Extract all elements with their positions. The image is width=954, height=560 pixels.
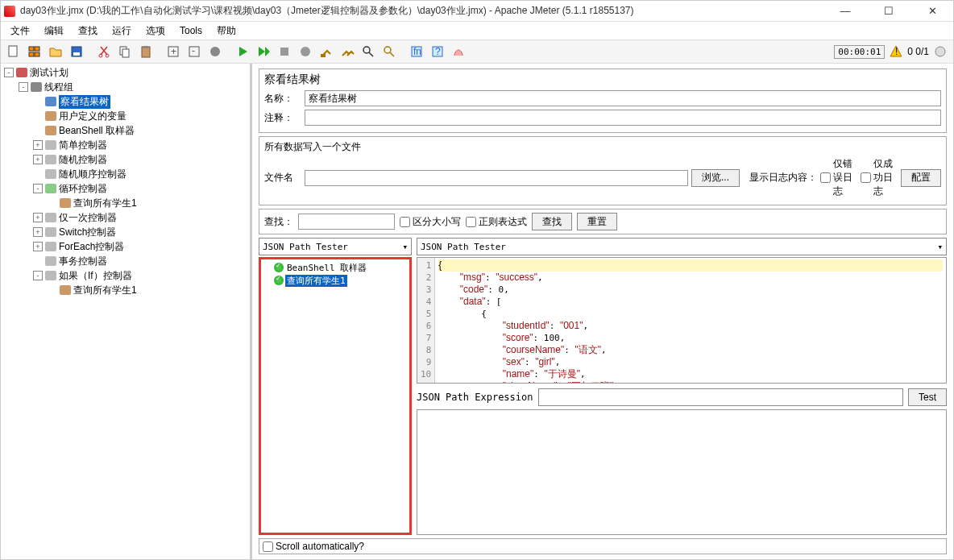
titlebar: day03作业.jmx (D:\我的工作\自动化测试学习\课程视频\day03（… <box>1 1 953 22</box>
tree-item[interactable]: 事务控制器 <box>1 254 250 268</box>
tree-item[interactable]: +仅一次控制器 <box>1 210 250 225</box>
case-checkbox[interactable]: 区分大小写 <box>400 215 461 229</box>
clear-icon[interactable] <box>317 42 336 61</box>
svg-rect-30 <box>31 82 42 92</box>
only-error-checkbox[interactable]: 仅错误日志 <box>820 157 857 198</box>
svg-rect-43 <box>45 271 56 280</box>
svg-rect-40 <box>45 227 56 237</box>
save-icon[interactable] <box>67 42 86 61</box>
clear-all-icon[interactable] <box>338 42 357 61</box>
file-label: 文件名 <box>264 171 301 185</box>
reset-search-icon[interactable] <box>380 42 399 61</box>
svg-rect-2 <box>35 47 39 51</box>
stop-icon[interactable] <box>275 42 294 61</box>
svg-rect-31 <box>45 97 56 106</box>
svg-rect-34 <box>45 140 56 150</box>
tree-label: 事务控制器 <box>59 255 107 268</box>
menu-文件[interactable]: 文件 <box>4 23 36 39</box>
maximize-button[interactable]: ☐ <box>874 3 903 19</box>
result-output[interactable] <box>417 409 947 536</box>
tree-item[interactable]: +ForEach控制器 <box>1 239 250 254</box>
copy-icon[interactable] <box>115 42 135 61</box>
scroll-auto-checkbox[interactable]: Scroll automatically? <box>263 541 364 552</box>
expand-icon[interactable]: + <box>164 42 183 61</box>
tree-item[interactable]: -线程组 <box>1 80 250 94</box>
svg-rect-37 <box>45 184 56 193</box>
json-response[interactable]: { "msg": "success", "code": 0, "data": [… <box>435 258 946 383</box>
app-icon <box>4 6 15 17</box>
search-input[interactable] <box>298 214 395 230</box>
toolbar: + - fn ? 00:00:01 ! 0 0/1 <box>1 39 953 64</box>
search-label: 查找： <box>264 215 293 229</box>
tree-item[interactable]: 用户定义的变量 <box>1 109 250 123</box>
start-notimer-icon[interactable] <box>254 42 273 61</box>
svg-rect-3 <box>29 52 34 56</box>
name-input[interactable] <box>305 90 941 106</box>
tree-item[interactable]: 查询所有学生1 <box>1 196 250 210</box>
tree-item[interactable]: BeanShell 取样器 <box>1 123 250 138</box>
tree-item[interactable]: 查询所有学生1 <box>1 283 250 297</box>
expr-input[interactable] <box>538 388 903 406</box>
templates-icon[interactable] <box>25 42 44 61</box>
expr-label: JSON Path Expression <box>417 392 533 403</box>
close-button[interactable]: ✕ <box>918 3 947 19</box>
thread-count: 0 0/1 <box>907 46 929 57</box>
only-success-checkbox[interactable]: 仅成功日志 <box>861 157 898 198</box>
heap-icon[interactable] <box>449 42 468 61</box>
open-icon[interactable] <box>46 42 65 61</box>
tree-item[interactable]: -循环控制器 <box>1 181 250 196</box>
file-input[interactable] <box>305 170 688 186</box>
config-button[interactable]: 配置 <box>901 169 941 187</box>
minimize-button[interactable]: — <box>831 3 860 19</box>
tree-item[interactable]: 察看结果树 <box>1 94 250 109</box>
tree-item[interactable]: +随机控制器 <box>1 152 250 167</box>
svg-rect-18 <box>280 48 288 56</box>
test-button[interactable]: Test <box>908 388 947 406</box>
menu-编辑[interactable]: 编辑 <box>38 23 70 39</box>
flask-icon <box>15 67 28 78</box>
svg-rect-20 <box>321 54 326 57</box>
renderer-combo[interactable]: JSON Path Tester <box>259 238 412 255</box>
menu-Tools[interactable]: Tools <box>173 23 209 38</box>
tree-item[interactable]: 随机顺序控制器 <box>1 167 250 181</box>
folder-icon <box>44 139 57 151</box>
svg-rect-44 <box>60 285 71 295</box>
main-panel: 察看结果树 名称： 注释： 所有数据写入一个文件 文件名 浏览... 显示日志内… <box>252 64 953 559</box>
function-icon[interactable]: fn <box>407 42 426 61</box>
search-icon[interactable] <box>359 42 378 61</box>
menu-选项[interactable]: 选项 <box>139 23 172 39</box>
cut-icon[interactable] <box>94 42 114 61</box>
menu-帮助[interactable]: 帮助 <box>210 23 243 39</box>
svg-rect-32 <box>45 111 56 121</box>
browse-button[interactable]: 浏览... <box>691 169 740 187</box>
shutdown-icon[interactable] <box>296 42 315 61</box>
paste-icon[interactable] <box>136 42 156 61</box>
comment-input[interactable] <box>305 110 941 126</box>
menu-查找[interactable]: 查找 <box>72 23 104 39</box>
tree-label: 随机控制器 <box>59 153 107 167</box>
regex-checkbox[interactable]: 正则表达式 <box>466 215 527 229</box>
tree-item[interactable]: +简单控制器 <box>1 138 250 152</box>
gear-icon <box>30 81 43 93</box>
tree-label: 如果（If）控制器 <box>59 269 132 283</box>
new-icon[interactable] <box>4 42 23 61</box>
result-list[interactable]: BeanShell 取样器查询所有学生1 <box>259 257 412 535</box>
menu-运行[interactable]: 运行 <box>106 23 138 39</box>
folder-icon <box>44 168 57 180</box>
result-item[interactable]: BeanShell 取样器 <box>263 261 408 274</box>
tree-label: 测试计划 <box>30 66 68 80</box>
help-icon[interactable]: ? <box>428 42 447 61</box>
start-icon[interactable] <box>233 42 252 61</box>
tree-label: BeanShell 取样器 <box>59 124 135 138</box>
reset-button[interactable]: 重置 <box>577 213 617 230</box>
tree-item[interactable]: +Switch控制器 <box>1 225 250 239</box>
tree-item[interactable]: -如果（If）控制器 <box>1 268 250 283</box>
tree-label: 查询所有学生1 <box>73 197 137 210</box>
toggle-icon[interactable] <box>205 42 225 61</box>
search-button[interactable]: 查找 <box>532 213 572 230</box>
collapse-icon[interactable]: - <box>185 42 204 61</box>
test-plan-tree[interactable]: -测试计划-线程组察看结果树用户定义的变量BeanShell 取样器+简单控制器… <box>1 64 252 559</box>
result-item[interactable]: 查询所有学生1 <box>263 274 408 287</box>
warning-icon[interactable]: ! <box>890 45 902 58</box>
tree-item[interactable]: -测试计划 <box>1 65 250 80</box>
